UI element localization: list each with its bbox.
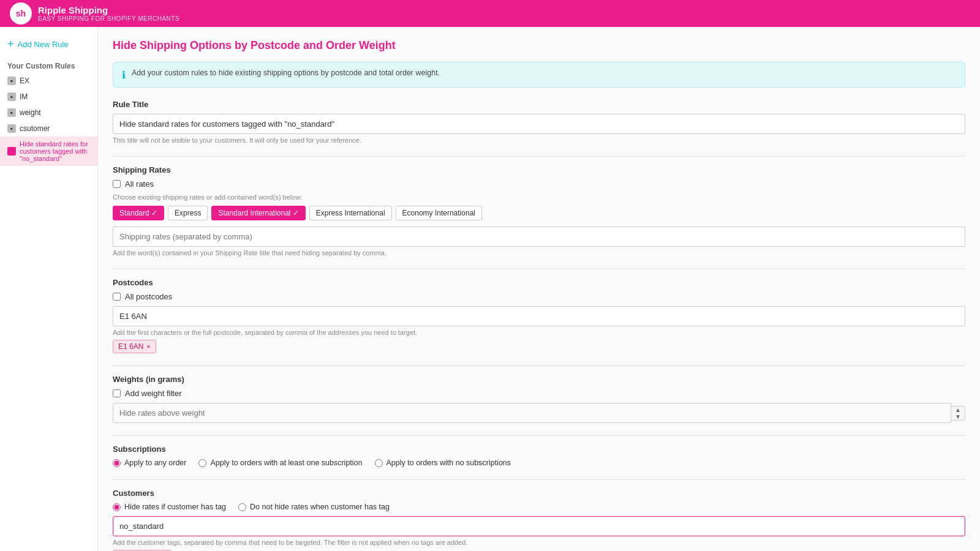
- sidebar-item-icon: ■: [7, 108, 16, 117]
- choose-rates-hint: Choose existing shipping rates or add co…: [113, 193, 965, 201]
- customers-label: Customers: [113, 489, 965, 498]
- sidebar-item-icon: ■: [7, 77, 16, 85]
- sidebar-item-hide-standard[interactable]: ●Hide standard rates for customers tagge…: [0, 137, 97, 166]
- customer-radio-dont-hide[interactable]: [238, 503, 246, 511]
- rates-input-hint: Add the word(s) contained in your Shippi…: [113, 249, 965, 257]
- weight-filter-row: Add weight filter: [113, 389, 965, 398]
- customer-option-label: Do not hide rates when customer has tag: [250, 503, 390, 511]
- subscription-option-label: Apply to any order: [124, 459, 186, 467]
- sidebar-item-label: weight: [20, 108, 41, 117]
- sidebar-item-label: IM: [20, 92, 28, 101]
- subscription-option-atleast[interactable]: Apply to orders with at least one subscr…: [198, 459, 362, 467]
- info-message: Add your custom rules to hide existing s…: [132, 69, 440, 77]
- rate-chip-standard-intl[interactable]: Standard International ✓: [211, 206, 305, 220]
- rule-title-hint: This title will not be visible to your c…: [113, 137, 965, 144]
- subscription-radio-none[interactable]: [375, 459, 383, 467]
- main-content: Hide Shipping Options by Postcode and Or…: [98, 27, 980, 551]
- customer-radio-hide-if-tag[interactable]: [113, 503, 121, 511]
- postcode-tag: E1 6AN×: [113, 340, 156, 353]
- sidebar: + Add New Rule Your Custom Rules ■EX■IM■…: [0, 27, 98, 551]
- sidebar-section-label: Your Custom Rules: [0, 56, 97, 73]
- sidebar-item-EX[interactable]: ■EX: [0, 73, 97, 89]
- postcode-tag-value: E1 6AN: [118, 342, 143, 351]
- customer-option-label: Hide rates if customer has tag: [124, 503, 226, 511]
- sidebar-item-csutomer[interactable]: ■csutomer: [0, 121, 97, 137]
- subscription-radio-any[interactable]: [113, 459, 121, 467]
- rate-chips-container: Standard ✓ExpressStandard International …: [113, 206, 965, 220]
- rule-title-label: Rule Title: [113, 100, 965, 109]
- add-new-rule-button[interactable]: + Add New Rule: [0, 33, 97, 56]
- postcode-input[interactable]: [113, 306, 965, 326]
- customers-radio-group: Hide rates if customer has tag Do not hi…: [113, 503, 965, 511]
- postcode-hint: Add the first characters or the full pos…: [113, 329, 965, 336]
- app-header: sh Ripple Shipping Easy Shipping for Sho…: [0, 0, 980, 27]
- weight-filter-checkbox[interactable]: [113, 389, 121, 397]
- all-postcodes-label: All postcodes: [125, 292, 172, 301]
- sidebar-item-label: EX: [20, 77, 29, 85]
- rule-title-input[interactable]: [113, 114, 965, 134]
- customer-tag-hint: Add the customer tags, separated by comm…: [113, 539, 965, 546]
- sidebar-item-label: csutomer: [20, 124, 50, 133]
- weight-input-row: ▲ ▼: [113, 403, 965, 423]
- rate-chip-economy-intl[interactable]: Economy International: [396, 206, 482, 220]
- page-title: Hide Shipping Options by Postcode and Or…: [113, 39, 965, 52]
- spinner-up-icon: ▲: [955, 407, 961, 413]
- subscription-option-label: Apply to orders with at least one subscr…: [210, 459, 362, 467]
- customer-option-hide-if-tag[interactable]: Hide rates if customer has tag: [113, 503, 226, 511]
- rate-chip-standard[interactable]: Standard ✓: [113, 206, 164, 220]
- rule-title-section: Rule Title This title will not be visibl…: [113, 100, 965, 144]
- postcode-tag-remove[interactable]: ×: [146, 343, 150, 350]
- customer-option-dont-hide[interactable]: Do not hide rates when customer has tag: [238, 503, 390, 511]
- sidebar-item-label: Hide standard rates for customers tagged…: [20, 140, 90, 162]
- app-subtitle: Easy Shipping for Shopify Merchants: [38, 15, 179, 22]
- weight-input[interactable]: [113, 403, 951, 423]
- app-logo: sh: [10, 2, 32, 24]
- subscription-option-label: Apply to orders with no subscriptions: [386, 459, 511, 467]
- info-box: ℹ Add your custom rules to hide existing…: [113, 62, 965, 88]
- all-postcodes-checkbox[interactable]: [113, 293, 121, 301]
- shipping-rates-label: Shipping Rates: [113, 165, 965, 174]
- subscriptions-label: Subscriptions: [113, 444, 965, 454]
- subscriptions-section: Subscriptions Apply to any order Apply t…: [113, 444, 965, 467]
- shipping-rates-section: Shipping Rates All rates Choose existing…: [113, 165, 965, 257]
- plus-icon: +: [7, 38, 14, 51]
- postcodes-section: Postcodes All postcodes Add the first ch…: [113, 278, 965, 353]
- sidebar-item-weight[interactable]: ■weight: [0, 105, 97, 121]
- subscription-option-none[interactable]: Apply to orders with no subscriptions: [375, 459, 511, 467]
- all-rates-checkbox[interactable]: [113, 180, 121, 188]
- weight-spinner[interactable]: ▲ ▼: [951, 406, 965, 421]
- weights-section: Weights (in grams) Add weight filter ▲ ▼: [113, 375, 965, 423]
- postcode-tags-container: E1 6AN×: [113, 336, 965, 353]
- sidebar-item-icon: ■: [7, 124, 16, 133]
- weights-label: Weights (in grams): [113, 375, 965, 384]
- all-postcodes-row: All postcodes: [113, 292, 965, 301]
- rate-chip-express[interactable]: Express: [168, 206, 208, 220]
- subscription-option-any[interactable]: Apply to any order: [113, 459, 186, 467]
- subscription-radio-atleast[interactable]: [198, 459, 206, 467]
- all-rates-label: All rates: [125, 179, 154, 189]
- customers-section: Customers Hide rates if customer has tag…: [113, 489, 965, 551]
- add-new-rule-label: Add New Rule: [18, 40, 69, 49]
- weight-filter-label: Add weight filter: [125, 389, 182, 398]
- postcodes-label: Postcodes: [113, 278, 965, 287]
- subscriptions-radio-group: Apply to any order Apply to orders with …: [113, 459, 965, 467]
- sidebar-items-container: ■EX■IM■weight■csutomer●Hide standard rat…: [0, 73, 97, 166]
- rate-chip-express-intl[interactable]: Express International: [309, 206, 392, 220]
- customer-tags-container: no_standard×: [113, 546, 965, 551]
- sidebar-item-icon: ■: [7, 92, 16, 101]
- info-icon: ℹ: [122, 69, 126, 81]
- sidebar-item-IM[interactable]: ■IM: [0, 89, 97, 105]
- spinner-down-icon: ▼: [955, 413, 961, 420]
- shipping-rates-input[interactable]: [113, 227, 965, 247]
- sidebar-item-icon: ●: [7, 147, 16, 156]
- app-title-block: Ripple Shipping Easy Shipping for Shopif…: [38, 5, 179, 22]
- all-rates-row: All rates: [113, 179, 965, 189]
- app-name: Ripple Shipping: [38, 5, 179, 15]
- customer-tag-input[interactable]: [113, 516, 965, 536]
